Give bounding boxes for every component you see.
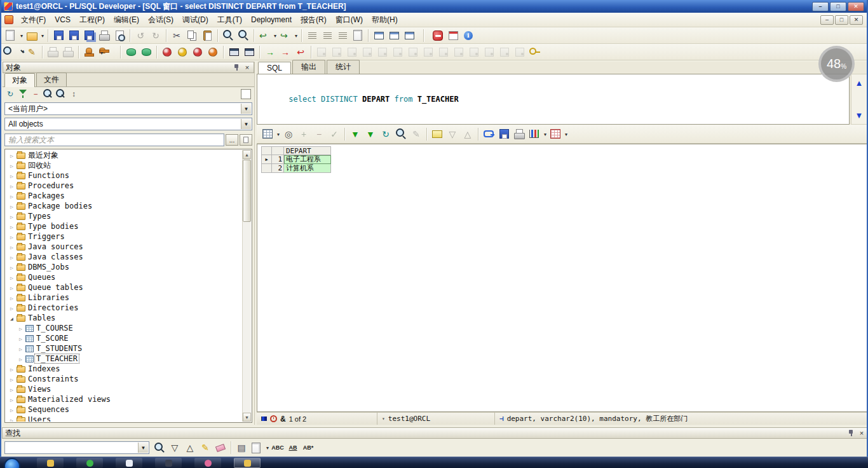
find-input[interactable]: ▼: [4, 441, 149, 454]
save-button[interactable]: [51, 29, 65, 43]
menu-item[interactable]: 会话(S): [144, 13, 178, 27]
tree-item-t-students[interactable]: T_STUDENTS: [6, 343, 241, 354]
copy-button[interactable]: [185, 29, 199, 43]
expand-icon[interactable]: [8, 151, 15, 160]
close-icon[interactable]: ×: [243, 64, 251, 71]
minimize-button[interactable]: –: [812, 2, 829, 11]
expand-icon[interactable]: [8, 395, 15, 404]
print-preview-button[interactable]: [112, 29, 126, 43]
find-next-button[interactable]: ▽: [168, 441, 182, 455]
tree-item-sequences[interactable]: Sequences: [6, 404, 241, 415]
close-button[interactable]: ✕: [848, 2, 864, 11]
taskbar-app[interactable]: [234, 458, 261, 468]
expand-icon[interactable]: [8, 385, 15, 394]
result-list-button[interactable]: ▤: [234, 441, 248, 455]
menu-item[interactable]: 工具(T): [213, 13, 247, 27]
expand-icon[interactable]: [8, 283, 15, 292]
tree-item-procedures[interactable]: Procedures: [6, 181, 241, 191]
copy-results-button[interactable]: [512, 127, 526, 141]
about-button[interactable]: [461, 29, 475, 43]
fetch-last-page-button[interactable]: ▼: [363, 127, 377, 141]
tree-item-libraries[interactable]: Libraries: [6, 292, 241, 303]
tree-item-views[interactable]: Views: [6, 384, 241, 394]
find-previous-button[interactable]: △: [183, 441, 197, 455]
sql-editor[interactable]: select DISTINCT DEPART from T_TEACHER: [257, 74, 850, 125]
expand-icon[interactable]: [8, 293, 15, 302]
save-all-button[interactable]: [82, 29, 96, 43]
report-window-button[interactable]: [61, 45, 75, 59]
tree-item-constraints[interactable]: Constraints: [6, 374, 241, 384]
expand-icon[interactable]: [8, 232, 15, 241]
expand-icon[interactable]: [8, 375, 15, 383]
regex-button[interactable]: AB*: [301, 441, 315, 455]
expand-icon[interactable]: [8, 405, 15, 414]
cascade-windows-button[interactable]: [372, 29, 386, 43]
open-file-button[interactable]: [25, 29, 44, 43]
maximize-button[interactable]: □: [830, 2, 846, 11]
pin-icon[interactable]: [233, 64, 240, 71]
taskbar-app[interactable]: [37, 458, 64, 468]
arrange-windows-button[interactable]: [402, 29, 416, 43]
session-action-button[interactable]: [482, 45, 496, 59]
export-results-button[interactable]: [430, 127, 444, 141]
grid-row[interactable]: 1 电子工程系: [261, 155, 331, 164]
session-action-button[interactable]: [376, 45, 390, 59]
tree-item-t-teacher[interactable]: T_TEACHER: [6, 354, 241, 364]
expand-icon[interactable]: [8, 171, 15, 180]
expand-icon[interactable]: [8, 242, 15, 251]
next-edit-button[interactable]: ↪: [278, 29, 298, 43]
edit-cell-button[interactable]: ✎: [409, 127, 423, 141]
find-in-results-button[interactable]: [394, 127, 408, 141]
expand-icon[interactable]: [8, 222, 15, 231]
tab-output[interactable]: 输出: [292, 60, 325, 74]
tree-item-package-bodies[interactable]: Package bodies: [6, 201, 241, 211]
expand-icon[interactable]: [17, 334, 24, 343]
session-action-button[interactable]: [360, 45, 374, 59]
indent-button[interactable]: [305, 29, 319, 43]
menu-item[interactable]: 窗口(W): [331, 13, 367, 27]
import-tables-button[interactable]: [139, 45, 153, 59]
menu-item[interactable]: 工程(P): [75, 13, 109, 27]
find-text-button[interactable]: [153, 441, 166, 455]
break-button[interactable]: [191, 45, 205, 59]
expand-icon[interactable]: [8, 202, 15, 210]
whole-word-button[interactable]: AB: [286, 441, 300, 455]
mdi-close-button[interactable]: ✕: [850, 15, 863, 25]
expand-icon[interactable]: [8, 263, 15, 272]
commit-button[interactable]: [160, 45, 174, 59]
session-action-button[interactable]: [467, 45, 481, 59]
report-window-button[interactable]: [548, 127, 568, 141]
to-do-list-button[interactable]: [446, 29, 460, 43]
expand-icon[interactable]: [8, 273, 15, 282]
scroll-down-icon[interactable]: ▼: [243, 413, 251, 422]
disconnect-button[interactable]: [431, 29, 445, 43]
mdi-minimize-button[interactable]: –: [820, 15, 834, 25]
collapse-all-button[interactable]: −: [30, 88, 41, 100]
tree-item-packages[interactable]: Packages: [6, 191, 241, 201]
taskbar-app[interactable]: [194, 458, 221, 468]
pin-icon[interactable]: [847, 429, 855, 437]
tree-item-triggers[interactable]: Triggers: [6, 231, 241, 242]
refresh-button[interactable]: ↻: [4, 88, 16, 100]
delete-record-button[interactable]: −: [312, 127, 326, 141]
tree-item-functions[interactable]: Functions: [6, 170, 241, 181]
session-action-button[interactable]: [391, 45, 405, 59]
save-results-button[interactable]: [497, 127, 511, 141]
tree-item-materialized-views[interactable]: Materialized views: [6, 394, 241, 404]
find-button[interactable]: [221, 29, 235, 43]
chevron-down-icon[interactable]: ▼: [138, 443, 148, 453]
tree-item-indexes[interactable]: Indexes: [6, 364, 241, 374]
next-statement-button[interactable]: ▼: [855, 111, 864, 120]
expand-icon[interactable]: [8, 313, 15, 322]
expand-icon[interactable]: [17, 344, 24, 353]
row-number-header[interactable]: [272, 146, 284, 155]
command-window-button[interactable]: [46, 45, 60, 59]
scrollbar-thumb[interactable]: [243, 160, 251, 222]
saved-layout-button[interactable]: [241, 89, 251, 99]
tab-objects[interactable]: 对象: [4, 73, 35, 87]
new-document-button[interactable]: [4, 29, 24, 43]
expand-icon[interactable]: [17, 324, 24, 333]
tab-sql[interactable]: SQL: [258, 62, 291, 74]
kill-session-button[interactable]: [206, 45, 220, 59]
session-action-button[interactable]: [330, 45, 344, 59]
